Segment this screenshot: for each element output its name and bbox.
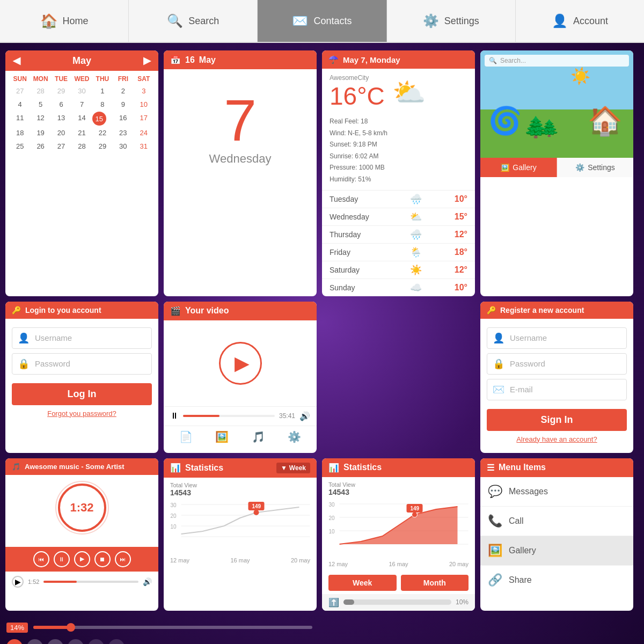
video-tab-gallery[interactable]: 🖼️ <box>215 430 229 443</box>
login-button[interactable]: Log In <box>12 383 152 405</box>
page-1[interactable]: 1 <box>6 639 23 644</box>
prev-btn[interactable]: ⏮ <box>33 551 49 567</box>
cal-day[interactable]: 18 <box>10 127 30 139</box>
cal-day[interactable]: 27 <box>10 85 30 97</box>
month-button[interactable]: Month <box>401 575 469 591</box>
video-tab-music[interactable]: 🎵 <box>252 430 265 443</box>
cal-day[interactable]: 13 <box>51 112 71 126</box>
forecast-day-6: Sunday <box>330 283 378 292</box>
cal-day[interactable]: 10 <box>134 98 154 111</box>
register-username-field[interactable]: 👤 Username <box>487 327 627 349</box>
cal-day[interactable]: 6 <box>51 98 71 111</box>
page-5[interactable]: 5 <box>88 639 104 644</box>
cal-next-btn[interactable]: ▶ <box>143 55 151 67</box>
menu-header: ☰ Menu Items <box>480 458 633 477</box>
page-6[interactable]: 6 <box>108 639 125 644</box>
cal-day[interactable]: 3 <box>134 85 154 97</box>
settings-icon: ⚙️ <box>423 13 439 28</box>
play-button[interactable]: ▶ <box>219 342 262 385</box>
password-field[interactable]: 🔒 Password <box>12 353 152 375</box>
cal-day[interactable]: 16 <box>113 112 133 126</box>
have-account-link[interactable]: Already have an account? <box>480 435 633 449</box>
stats-chart-dates: 12 may 16 may 20 may <box>328 561 469 567</box>
slider-track[interactable] <box>33 626 312 629</box>
signin-button[interactable]: Sign In <box>487 409 627 431</box>
cal-day[interactable]: 31 <box>134 140 154 152</box>
cal-day[interactable]: 4 <box>10 98 30 111</box>
nav-item-account[interactable]: 👤 Account <box>516 0 644 42</box>
forgot-password-link[interactable]: Forgot you password? <box>5 409 158 423</box>
nav-item-home[interactable]: 🏠 Home <box>0 0 129 42</box>
week-dropdown[interactable]: ▼ Week <box>276 463 310 473</box>
video-tab-doc[interactable]: 📄 <box>179 430 193 443</box>
pause-icon[interactable]: ⏸ <box>170 411 179 421</box>
cal-day[interactable]: 8 <box>92 98 113 111</box>
week-button[interactable]: Week <box>328 575 397 591</box>
video-tab-settings[interactable]: ⚙️ <box>288 430 301 443</box>
music-time-circle: 1:32 <box>58 484 106 532</box>
cal-day[interactable]: 26 <box>30 140 50 152</box>
cal-day[interactable]: 30 <box>113 140 133 152</box>
register-password-placeholder: Password <box>510 359 545 368</box>
nav-item-contacts[interactable]: ✉️ Contacts <box>258 0 386 42</box>
cal-day[interactable]: 19 <box>30 127 50 139</box>
register-mail-icon: ✉️ <box>493 384 504 396</box>
page-2[interactable]: 2 <box>27 639 43 644</box>
menu-item-share[interactable]: 🔗 Share <box>480 566 633 595</box>
cal-day-today[interactable]: 15 <box>92 112 106 126</box>
cal-day[interactable]: 29 <box>51 85 71 97</box>
cal-day[interactable]: 5 <box>30 98 50 111</box>
menu-item-call[interactable]: 📞 Call <box>480 507 633 536</box>
username-field[interactable]: 👤 Username <box>12 327 152 349</box>
cal-day[interactable]: 20 <box>51 127 71 139</box>
cal-day[interactable]: 25 <box>10 140 30 152</box>
music-volume-icon[interactable]: 🔊 <box>143 577 152 586</box>
menu-item-messages[interactable]: 💬 Messages <box>480 477 633 507</box>
cal-day[interactable]: 2 <box>113 85 133 97</box>
page-3[interactable]: 3 <box>47 639 63 644</box>
svg-text:10: 10 <box>171 524 177 530</box>
stats-main-body: Total View 14543 30 20 10 149 <box>322 477 475 572</box>
cal-day[interactable]: 22 <box>92 127 113 139</box>
cal-week-2: 4 5 6 7 8 9 10 <box>10 98 154 111</box>
cal-day[interactable]: 1 <box>92 85 113 97</box>
play-btn[interactable]: ▶ <box>74 551 90 567</box>
volume-icon[interactable]: 🔊 <box>299 411 310 421</box>
cal-day[interactable]: 24 <box>134 127 154 139</box>
cal-day[interactable]: 7 <box>71 98 92 111</box>
music-progress-track[interactable] <box>43 581 138 583</box>
cal-prev-btn[interactable]: ◀ <box>13 55 20 67</box>
next-btn[interactable]: ⏭ <box>115 551 131 567</box>
register-email-field[interactable]: ✉️ E-mail <box>487 379 627 400</box>
progress-track[interactable] <box>183 415 275 417</box>
cal-day[interactable]: 27 <box>51 140 71 152</box>
settings-button[interactable]: ⚙️ Settings <box>557 158 633 177</box>
pause-btn[interactable]: ⏸ <box>54 551 70 567</box>
register-title: Register a new account <box>500 306 584 314</box>
cal-day[interactable]: 28 <box>30 85 50 97</box>
gallery-button[interactable]: 🖼️ Gallery <box>480 158 557 177</box>
stop-btn[interactable]: ⏹ <box>94 551 111 567</box>
cal-day[interactable]: 11 <box>10 112 30 126</box>
cal-day[interactable]: 14 <box>71 112 92 126</box>
forecast-temp-3: 12° <box>455 230 467 239</box>
cal-day[interactable]: 12 <box>30 112 50 126</box>
register-password-field[interactable]: 🔒 Password <box>487 353 627 375</box>
cal-day[interactable]: 17 <box>134 112 154 126</box>
weather-card: ☂️ May 7, Monday AwesomeCity 16°C ⛅ Real… <box>322 50 475 296</box>
cal-day[interactable]: 21 <box>71 127 92 139</box>
music-play-icon[interactable]: ▶ <box>12 576 24 588</box>
nav-item-search[interactable]: 🔍 Search <box>129 0 258 42</box>
slider-thumb[interactable] <box>67 623 75 632</box>
cal-day[interactable]: 29 <box>92 140 113 152</box>
music-progress: ▶ 1:52 🔊 <box>5 572 158 592</box>
nav-item-settings[interactable]: ⚙️ Settings <box>387 0 516 42</box>
cal-day[interactable]: 23 <box>113 127 133 139</box>
menu-item-gallery[interactable]: 🖼️ Gallery <box>480 536 633 566</box>
cal-day[interactable]: 30 <box>71 85 92 97</box>
cal-day[interactable]: 9 <box>113 98 133 111</box>
forecast-row-tue: Tuesday 🌧️ 10° <box>322 191 475 208</box>
upload-percentage: 10% <box>456 598 469 606</box>
page-4[interactable]: 4 <box>68 639 84 644</box>
cal-day[interactable]: 28 <box>71 140 92 152</box>
